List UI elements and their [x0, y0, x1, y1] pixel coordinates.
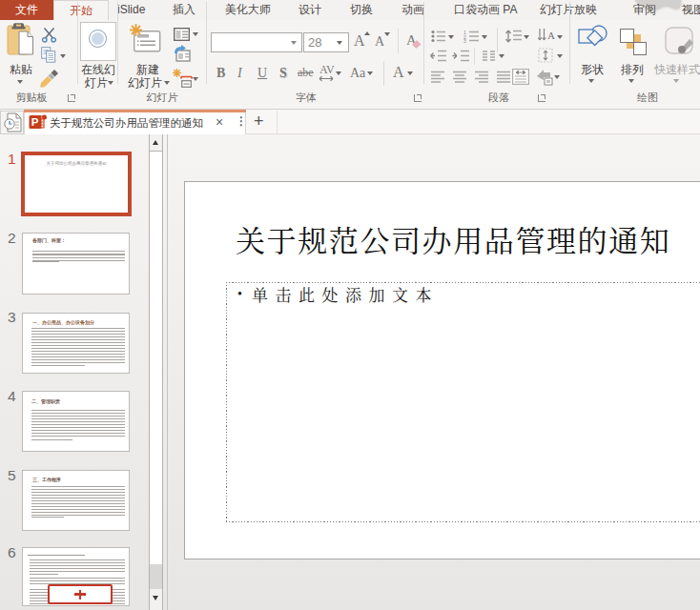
- svg-text:A: A: [547, 30, 555, 41]
- svg-text:P: P: [31, 116, 39, 128]
- svg-text:3: 3: [463, 38, 466, 43]
